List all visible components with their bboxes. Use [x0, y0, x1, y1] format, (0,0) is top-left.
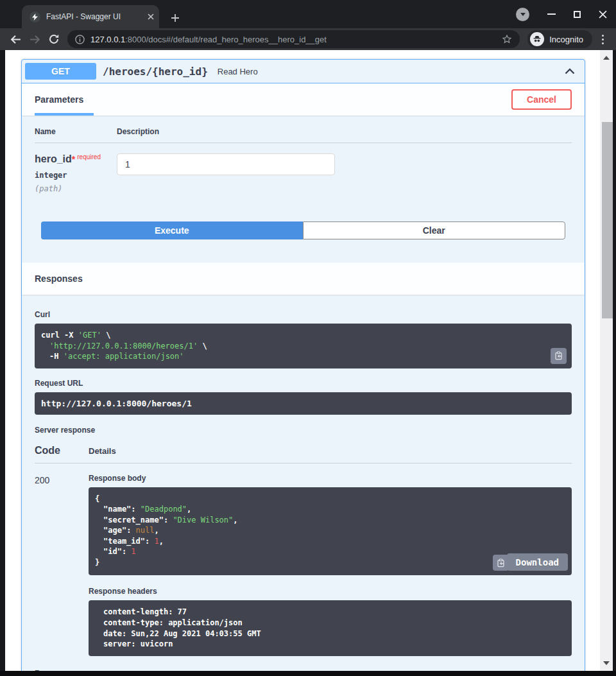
response-body-label: Response body [89, 474, 572, 483]
parameter-row: hero_id*required integer (path) [35, 143, 572, 193]
description-column-header: Description [117, 127, 159, 136]
details-column-header: Details [89, 446, 116, 456]
server-response-table-header: Code Details [35, 445, 572, 464]
scrollbar-up-arrow-icon[interactable] [603, 53, 610, 60]
opblock-get-heroes: GET /heroes/{hero_id} Read Hero Paramete… [21, 59, 585, 671]
parameter-name: hero_id*required [35, 153, 117, 165]
request-url-label: Request URL [35, 379, 572, 388]
curl-command: curl -X 'GET' \ 'http://127.0.0.1:8000/h… [35, 324, 572, 368]
incognito-badge: Incognito [527, 30, 592, 48]
minimize-button[interactable] [547, 13, 556, 15]
server-response-details: Response body { "name": "Deadpond", "sec… [89, 474, 572, 656]
browser-update-icon[interactable] [516, 8, 529, 21]
window-controls [516, 0, 616, 28]
parameters-header: Parameters Cancel [22, 83, 585, 116]
scrollbar-thumb[interactable] [602, 122, 613, 318]
download-button[interactable]: Download [507, 553, 568, 571]
tab-title: FastAPI - Swagger UI [46, 12, 148, 21]
parameter-value-cell [117, 153, 335, 193]
parameters-table-header: Name Description [35, 127, 572, 143]
code-column-header: Code [35, 445, 89, 456]
window-bottom-edge [0, 671, 616, 676]
response-headers-label: Response headers [89, 587, 572, 596]
back-button[interactable] [6, 30, 25, 48]
required-label: required [77, 153, 101, 160]
parameters-body: Name Description hero_id*required intege… [22, 116, 585, 193]
scrollbar-down-arrow-icon[interactable] [603, 661, 610, 668]
cancel-button[interactable]: Cancel [511, 89, 572, 110]
bookmark-star-icon[interactable] [502, 34, 512, 44]
response-headers-value: content-length: 77 content-type: applica… [89, 600, 572, 655]
hero-id-input[interactable] [117, 153, 335, 175]
status-code: 200 [35, 474, 89, 656]
fastapi-favicon-icon [30, 12, 40, 22]
server-response-label: Server response [35, 426, 572, 435]
method-badge: GET [25, 63, 96, 80]
page-scrollbar[interactable] [600, 50, 613, 671]
tab-close-icon[interactable] [148, 13, 154, 20]
execute-button[interactable]: Execute [41, 221, 303, 239]
url-host: 127.0.0.1 [90, 35, 125, 44]
server-response-row: 200 Response body { "name": "Deadpond", … [35, 474, 572, 656]
forward-button[interactable] [25, 30, 44, 48]
close-window-button[interactable] [599, 10, 607, 19]
browser-tab[interactable]: FastAPI - Swagger UI [22, 5, 159, 28]
url-path: :8000/docs#/default/read_hero_heroes__he… [125, 35, 327, 44]
copy-curl-button[interactable] [551, 348, 567, 364]
new-tab-button[interactable] [171, 13, 180, 22]
url-bar[interactable]: 127.0.0.1:8000/docs#/default/read_hero_h… [67, 30, 520, 48]
active-tab-indicator [35, 113, 94, 116]
parameter-meta: hero_id*required integer (path) [35, 153, 117, 193]
responses-wrapper: Curl curl -X 'GET' \ 'http://127.0.0.1:8… [22, 295, 585, 671]
incognito-label: Incognito [549, 35, 583, 44]
clear-button[interactable]: Clear [303, 221, 566, 239]
incognito-icon [530, 32, 544, 46]
required-star: * [72, 154, 75, 164]
responses-header: Responses [22, 263, 585, 295]
browser-tab-bar: FastAPI - Swagger UI [0, 0, 616, 28]
tab-parameters[interactable]: Parameters [35, 94, 83, 105]
reload-button[interactable] [44, 30, 64, 48]
browser-menu-icon[interactable] [595, 30, 610, 48]
page-info-icon[interactable] [75, 35, 85, 44]
responses-section-title: Responses [35, 273, 83, 284]
curl-label: Curl [35, 310, 572, 319]
url-text[interactable]: 127.0.0.1:8000/docs#/default/read_hero_h… [90, 35, 495, 44]
parameter-type: integer [35, 171, 117, 180]
maximize-button[interactable] [574, 11, 581, 18]
request-url-value: http://127.0.0.1:8000/heroes/1 [35, 392, 572, 415]
response-body-json: { "name": "Deadpond", "secret_name": "Di… [89, 487, 572, 576]
collapse-chevron-icon[interactable] [565, 68, 575, 74]
endpoint-summary: Read Hero [218, 67, 258, 76]
parameter-location: (path) [35, 184, 117, 193]
endpoint-path: /heroes/{hero_id} [103, 65, 208, 78]
execute-row: Execute Clear [22, 193, 585, 263]
browser-toolbar: 127.0.0.1:8000/docs#/default/read_hero_h… [0, 28, 616, 50]
swagger-page: GET /heroes/{hero_id} Read Hero Paramete… [5, 50, 600, 671]
name-column-header: Name [35, 127, 117, 136]
opblock-summary[interactable]: GET /heroes/{hero_id} Read Hero [22, 60, 585, 83]
